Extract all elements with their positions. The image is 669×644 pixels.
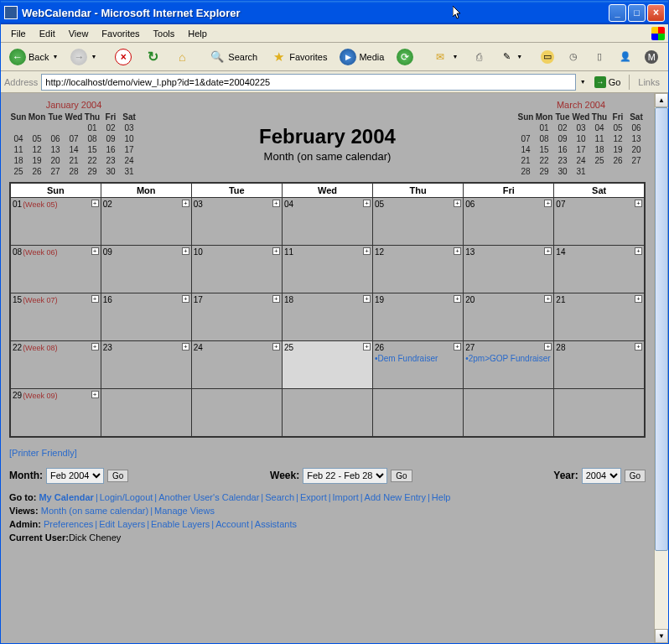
new-entry-icon[interactable]: + <box>635 343 642 351</box>
footer-link[interactable]: Enable Layers <box>151 519 210 529</box>
grid-day-cell[interactable]: 02+ <box>101 198 191 246</box>
minical-day[interactable]: 07 <box>65 133 83 144</box>
new-entry-icon[interactable]: + <box>91 391 99 398</box>
grid-day-cell[interactable]: 09+ <box>101 246 191 293</box>
new-entry-icon[interactable]: + <box>363 343 371 351</box>
footer-link[interactable]: Month (on same calendar) <box>41 506 148 516</box>
mail-button[interactable]: ✉▼ <box>427 45 463 69</box>
extra-button-1[interactable]: ▭ <box>536 47 559 67</box>
forward-button[interactable]: →▼ <box>65 45 101 69</box>
new-entry-icon[interactable]: + <box>272 295 280 303</box>
grid-day-cell[interactable]: 05+ <box>373 198 464 246</box>
menu-favorites[interactable]: Favorites <box>95 27 146 40</box>
minical-next-title[interactable]: March 2004 <box>516 100 646 110</box>
menu-tools[interactable]: Tools <box>147 27 182 40</box>
minical-day[interactable]: 05 <box>609 122 627 133</box>
menu-file[interactable]: File <box>4 27 33 40</box>
minical-day[interactable]: 21 <box>516 155 535 166</box>
minical-day[interactable]: 08 <box>535 133 553 144</box>
maximize-button[interactable]: □ <box>628 4 646 22</box>
minical-day[interactable]: 19 <box>28 155 46 166</box>
home-button[interactable]: ⌂ <box>169 45 195 69</box>
minical-day[interactable]: 27 <box>46 166 65 177</box>
grid-day-cell[interactable]: 03+ <box>191 198 282 246</box>
links-label[interactable]: Links <box>633 77 665 87</box>
new-entry-icon[interactable]: + <box>635 295 642 303</box>
minical-day[interactable]: 19 <box>609 144 627 155</box>
minical-day[interactable]: 25 <box>9 166 28 177</box>
new-entry-icon[interactable]: + <box>272 200 280 207</box>
new-entry-icon[interactable]: + <box>272 247 280 255</box>
minical-day[interactable]: 14 <box>516 144 535 155</box>
minical-day[interactable]: 15 <box>535 144 553 155</box>
grid-day-cell[interactable]: 06+ <box>464 198 554 246</box>
refresh-button[interactable]: ↻ <box>139 45 166 69</box>
footer-link[interactable]: Import <box>333 492 359 502</box>
minical-day[interactable]: 18 <box>9 155 28 166</box>
minimize-button[interactable]: _ <box>609 4 626 22</box>
minical-day[interactable]: 05 <box>28 133 46 144</box>
minical-day[interactable]: 09 <box>553 133 572 144</box>
grid-day-cell[interactable]: 28+ <box>554 341 645 389</box>
grid-day-cell[interactable]: 18+ <box>282 293 372 341</box>
minical-day[interactable]: 16 <box>553 144 572 155</box>
minical-day[interactable]: 23 <box>553 155 572 166</box>
address-dropdown-icon[interactable]: ▼ <box>580 79 586 85</box>
minical-day[interactable]: 26 <box>28 166 46 177</box>
grid-day-cell[interactable]: 14+ <box>554 246 645 293</box>
minical-day[interactable]: 29 <box>535 166 553 177</box>
week-label[interactable]: (Week 08) <box>23 344 57 352</box>
minical-day[interactable]: 28 <box>516 166 535 177</box>
minical-day[interactable]: 15 <box>83 144 101 155</box>
media-button[interactable]: ▶Media <box>334 45 389 69</box>
footer-link[interactable]: Help <box>432 492 451 502</box>
grid-day-cell[interactable]: 20+ <box>464 293 554 341</box>
new-entry-icon[interactable]: + <box>182 200 189 207</box>
new-entry-icon[interactable]: + <box>272 343 280 351</box>
grid-day-cell[interactable]: 29(Week 09)+ <box>10 389 101 437</box>
search-button[interactable]: 🔍Search <box>204 45 262 69</box>
minical-day[interactable]: 17 <box>120 144 138 155</box>
new-entry-icon[interactable]: + <box>544 247 552 255</box>
footer-link[interactable]: Edit Layers <box>99 519 145 529</box>
footer-link[interactable]: Assistants <box>255 519 297 529</box>
minical-day[interactable]: 06 <box>46 133 65 144</box>
minical-day[interactable]: 13 <box>627 133 646 144</box>
minical-day[interactable]: 07 <box>516 133 535 144</box>
new-entry-icon[interactable]: + <box>91 295 99 303</box>
scroll-down-icon[interactable]: ▼ <box>655 629 668 643</box>
grid-day-cell[interactable]: 15(Week 07)+ <box>10 293 101 341</box>
new-entry-icon[interactable]: + <box>91 247 99 255</box>
minical-day[interactable]: 10 <box>572 133 590 144</box>
minical-day[interactable]: 14 <box>65 144 83 155</box>
minical-day[interactable]: 03 <box>572 122 590 133</box>
new-entry-icon[interactable]: + <box>454 200 461 207</box>
minical-day[interactable]: 24 <box>120 155 138 166</box>
new-entry-icon[interactable]: + <box>182 247 189 255</box>
footer-link[interactable]: Manage Views <box>154 506 215 516</box>
minical-day[interactable]: 02 <box>101 122 120 133</box>
minical-day[interactable]: 04 <box>590 122 609 133</box>
minical-day[interactable]: 29 <box>83 166 101 177</box>
grid-day-cell[interactable]: 12+ <box>373 246 464 293</box>
month-select[interactable]: Feb 2004 <box>46 468 104 484</box>
minical-day[interactable]: 20 <box>627 144 646 155</box>
grid-day-cell[interactable]: 19+ <box>373 293 464 341</box>
grid-day-cell[interactable]: 23+ <box>101 341 191 389</box>
minical-day[interactable]: 26 <box>609 155 627 166</box>
week-label[interactable]: (Week 05) <box>23 200 57 209</box>
minical-day[interactable]: 22 <box>83 155 101 166</box>
menu-edit[interactable]: Edit <box>33 27 62 40</box>
minical-day[interactable]: 31 <box>120 166 138 177</box>
minical-day[interactable]: 12 <box>28 144 46 155</box>
week-label[interactable]: (Week 09) <box>23 392 57 400</box>
history-button[interactable]: ⟳ <box>392 45 418 69</box>
new-entry-icon[interactable]: + <box>544 295 552 303</box>
new-entry-icon[interactable]: + <box>454 247 461 255</box>
scroll-thumb[interactable] <box>655 107 668 551</box>
minical-day[interactable]: 08 <box>83 133 101 144</box>
extra-button-6[interactable]: 👥 <box>666 47 669 67</box>
close-button[interactable]: × <box>647 4 665 22</box>
minical-day[interactable]: 24 <box>572 155 590 166</box>
minical-day[interactable]: 27 <box>627 155 646 166</box>
